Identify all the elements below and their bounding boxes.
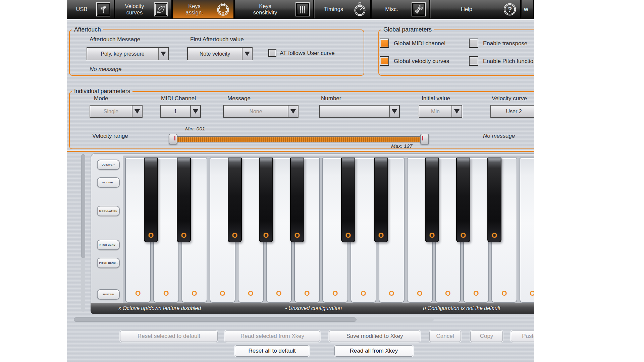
- number-dropdown[interactable]: [319, 105, 400, 118]
- black-key-c-2[interactable]: O: [341, 158, 355, 242]
- piano-keys-icon-frame: [296, 2, 310, 16]
- save-modified-to-xkey-button[interactable]: Save modified to Xkey: [329, 330, 420, 342]
- key-config-mark: O: [457, 231, 470, 239]
- paste-button[interactable]: Paste: [511, 330, 534, 342]
- aftertouch-no-message: No message: [90, 66, 121, 73]
- velocity-range-min-handle[interactable]: [169, 134, 177, 144]
- chevron-down-icon[interactable]: [158, 48, 168, 60]
- black-key-d-1[interactable]: O: [177, 158, 191, 242]
- key-config-mark: O: [295, 289, 319, 297]
- chevron-down-icon[interactable]: [389, 106, 399, 117]
- chevron-down-icon[interactable]: [288, 106, 298, 117]
- tab-timings[interactable]: Timings: [314, 0, 372, 18]
- white-key-c3[interactable]: O: [520, 158, 534, 303]
- black-key-g-2[interactable]: O: [456, 158, 470, 242]
- velocity-range-min: Min: 001: [185, 126, 205, 132]
- horizontal-scrollbar-thumb[interactable]: [74, 317, 357, 322]
- key-config-mark: O: [238, 289, 263, 297]
- tab-label: Timings: [314, 6, 353, 12]
- midi-channel-dropdown[interactable]: 1: [160, 105, 201, 118]
- velocity-range-max: Max: 127: [391, 143, 413, 149]
- side-button-modulation[interactable]: MODULATION: [97, 206, 120, 216]
- midi-channel-label: MIDI Channel: [161, 95, 196, 102]
- tab-label: USB: [67, 6, 96, 12]
- initial-value-dropdown[interactable]: Min: [419, 105, 462, 118]
- enable-pitch-function-label: Enable Pitch function: [483, 58, 534, 65]
- black-key-d-2[interactable]: O: [374, 158, 388, 242]
- read-all-from-xkey-button[interactable]: Read all from Xkey: [334, 345, 413, 357]
- velocity-range-max-handle[interactable]: [420, 134, 429, 144]
- global-midi-channel-checkbox[interactable]: [380, 39, 389, 48]
- tab-misc[interactable]: Misc.: [372, 0, 430, 18]
- triangle-glyph: [290, 109, 296, 114]
- reset-selected-to-default-button[interactable]: Reset selected to default: [120, 330, 218, 342]
- first-aftertouch-dropdown[interactable]: Note velocity: [187, 47, 253, 60]
- cancel-button[interactable]: Cancel: [429, 330, 461, 342]
- aftertouch-message-dropdown[interactable]: Poly. key pressure: [87, 47, 169, 60]
- tab-label: Velocity curves: [115, 3, 154, 15]
- mode-dropdown[interactable]: Single: [90, 105, 143, 118]
- key-config-mark: O: [323, 289, 347, 297]
- toolbar: USBVelocity curvesKeys assign.Keys sensi…: [67, 0, 534, 19]
- chevron-down-icon[interactable]: [190, 106, 200, 117]
- black-key-c-1[interactable]: O: [144, 158, 158, 242]
- chevron-down-icon[interactable]: [132, 106, 142, 117]
- vertical-scrollbar-thumb[interactable]: [81, 154, 85, 258]
- toolbar-underline: [67, 19, 534, 20]
- black-key-a-2[interactable]: O: [487, 158, 501, 242]
- initial-value-label: Initial value: [422, 95, 450, 102]
- page: USBVelocity curvesKeys assign.Keys sensi…: [0, 0, 644, 362]
- black-key-f-1[interactable]: O: [228, 158, 242, 242]
- tab-keys-assign[interactable]: Keys assign.: [173, 0, 235, 18]
- key-config-mark: O: [520, 289, 534, 297]
- velocity-range-track[interactable]: [177, 136, 422, 142]
- black-key-a-1[interactable]: O: [290, 158, 304, 242]
- at-follows-user-curve-checkbox[interactable]: [268, 49, 276, 57]
- read-selected-from-xkey-button[interactable]: Read selected from Xkey: [225, 330, 320, 342]
- side-button-octave[interactable]: OCTAVE +: [97, 160, 120, 170]
- midi-din-icon: [216, 2, 230, 16]
- key-config-mark: O: [426, 231, 438, 239]
- chevron-down-icon[interactable]: [451, 106, 462, 117]
- help-icon: ?: [503, 2, 517, 16]
- tab-velocity-curves[interactable]: Velocity curves: [115, 0, 173, 18]
- reset-all-to-default-button[interactable]: Reset all to default: [235, 345, 309, 357]
- side-button-pitch-bend[interactable]: PITCH BEND +: [97, 240, 120, 250]
- number-label: Number: [321, 95, 341, 102]
- side-button-sustain[interactable]: SUSTAIN: [97, 289, 120, 300]
- key-config-mark: O: [210, 289, 235, 297]
- usb-icon: [96, 2, 110, 16]
- side-button-octave[interactable]: OCTAVE -: [97, 177, 120, 188]
- chevron-down-icon[interactable]: [242, 48, 252, 60]
- tab-w[interactable]: w: [522, 0, 534, 18]
- key-config-mark: O: [260, 231, 272, 239]
- black-key-f-2[interactable]: O: [425, 158, 439, 242]
- side-button-pitch-bend[interactable]: PITCH BEND -: [97, 258, 120, 268]
- usb-icon-frame: [96, 2, 110, 16]
- enable-transpose-checkbox[interactable]: [469, 39, 478, 48]
- message-dropdown[interactable]: None: [223, 105, 299, 118]
- key-config-mark: O: [145, 231, 157, 239]
- curve-icon-frame: [154, 2, 168, 16]
- enable-transpose-label: Enable transpose: [483, 40, 527, 47]
- velocity-curve-value: User 2: [491, 106, 534, 117]
- key-config-mark: O: [126, 289, 150, 297]
- status-legend-item: • Unsaved configuration: [285, 305, 342, 311]
- enable-pitch-function-checkbox[interactable]: [469, 56, 478, 66]
- key-config-mark: O: [492, 289, 517, 297]
- velocity-curve-dropdown[interactable]: User 2: [490, 105, 534, 118]
- status-legend-item: o Configuration is not the default: [423, 305, 500, 311]
- tab-label: w: [524, 6, 528, 12]
- triangle-glyph: [392, 109, 397, 114]
- tab-keys-sensitivity[interactable]: Keys sensitivity: [235, 0, 314, 18]
- black-key-g-1[interactable]: O: [259, 158, 273, 242]
- tab-help[interactable]: Help?: [430, 0, 522, 18]
- svg-text:?: ?: [508, 5, 512, 13]
- aftertouch-legend: Aftertouch: [72, 26, 103, 33]
- message-value: None: [224, 106, 288, 117]
- piano-keys-icon: [296, 2, 310, 16]
- global-velocity-curves-checkbox[interactable]: [380, 56, 389, 66]
- number-value: [320, 106, 389, 117]
- tab-usb[interactable]: USB: [67, 0, 115, 18]
- copy-button[interactable]: Copy: [470, 330, 503, 342]
